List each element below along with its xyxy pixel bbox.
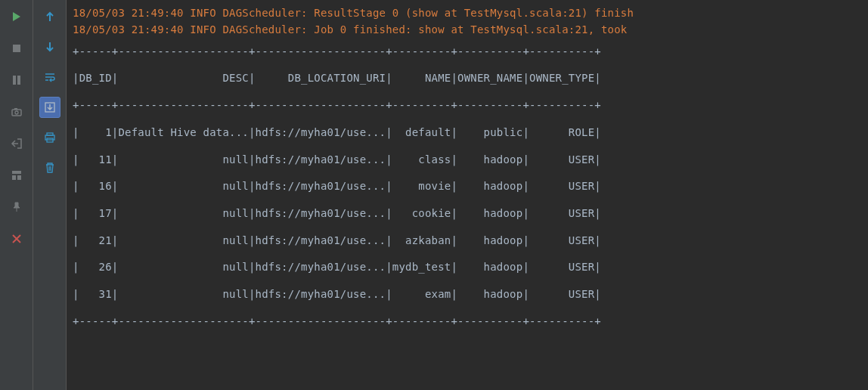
pause-button[interactable]: [6, 70, 27, 91]
layout-icon: [11, 169, 23, 181]
log-line: 18/05/03 21:49:40 INFO DAGScheduler: Res…: [73, 5, 862, 21]
close-icon: [11, 233, 23, 245]
svg-rect-6: [12, 171, 21, 174]
ide-console-panel: 18/05/03 21:49:40 INFO DAGScheduler: Res…: [0, 0, 868, 390]
exit-icon: [11, 138, 23, 150]
stop-button[interactable]: [6, 38, 27, 59]
table-header: |DB_ID| DESC| DB_LOCATION_URI| NAME|OWNE…: [73, 65, 862, 92]
svg-rect-3: [12, 110, 21, 116]
svg-rect-1: [13, 76, 16, 85]
table-border-top: +-----+--------------------+------------…: [73, 39, 862, 66]
trash-icon: [44, 162, 56, 174]
run-toolbar: [0, 0, 33, 390]
scroll-down-button[interactable]: [39, 36, 60, 57]
camera-icon: [11, 106, 23, 118]
table-border-mid: +-----+--------------------+------------…: [73, 92, 862, 119]
table-row: | 26| null|hdfs://myha01/use...|mydb_tes…: [73, 254, 862, 281]
svg-rect-5: [14, 108, 17, 110]
table-row: | 21| null|hdfs://myha01/use...| azkaban…: [73, 228, 862, 255]
console-toolbar: [33, 0, 67, 390]
print-icon: [44, 132, 56, 144]
table-row: | 11| null|hdfs://myha01/use...| class| …: [73, 147, 862, 174]
svg-point-4: [15, 111, 18, 114]
scroll-to-end-button[interactable]: [39, 97, 60, 118]
arrow-down-icon: [44, 41, 56, 53]
svg-rect-7: [12, 175, 16, 180]
close-tab-button[interactable]: [6, 228, 27, 249]
dump-button[interactable]: [6, 101, 27, 122]
console-output[interactable]: 18/05/03 21:49:40 INFO DAGScheduler: Res…: [67, 0, 868, 390]
pause-icon: [11, 74, 23, 86]
scroll-up-button[interactable]: [39, 6, 60, 27]
table-row: | 16| null|hdfs://myha01/use...| movie| …: [73, 173, 862, 200]
log-line: 18/05/03 21:49:40 INFO DAGScheduler: Job…: [73, 21, 862, 38]
scroll-to-end-icon: [44, 101, 56, 113]
svg-rect-2: [17, 76, 20, 85]
layout-button[interactable]: [6, 165, 27, 186]
table-row: | 31| null|hdfs://myha01/use...| exam| h…: [73, 281, 862, 308]
table-border-bottom: +-----+--------------------+------------…: [73, 308, 862, 336]
arrow-up-icon: [44, 11, 56, 23]
wrap-icon: [44, 71, 56, 83]
run-icon: [11, 11, 23, 23]
pin-button[interactable]: [6, 197, 27, 218]
exit-button[interactable]: [6, 133, 27, 154]
soft-wrap-button[interactable]: [39, 67, 60, 88]
svg-rect-8: [17, 175, 21, 180]
table-row: | 17| null|hdfs://myha01/use...| cookie|…: [73, 200, 862, 228]
run-button[interactable]: [6, 6, 27, 27]
svg-rect-0: [13, 45, 20, 52]
stop-icon: [11, 42, 23, 54]
pin-icon: [11, 201, 23, 213]
print-button[interactable]: [39, 127, 60, 148]
clear-button[interactable]: [39, 157, 60, 178]
table-row: | 1|Default Hive data...|hdfs://myha01/u…: [73, 119, 862, 147]
